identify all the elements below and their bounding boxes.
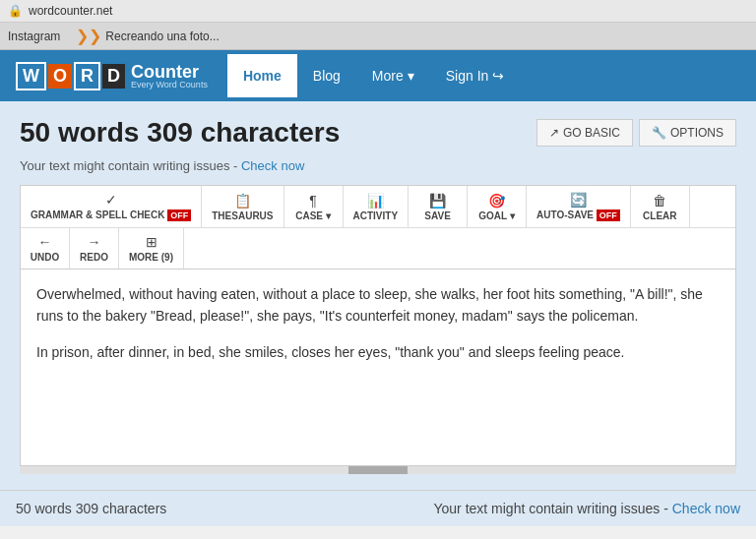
logo-counter: Counter — [131, 63, 208, 81]
browser-address-bar: 🔒 wordcounter.net — [0, 0, 756, 23]
grammar-off-badge: OFF — [167, 210, 191, 221]
stats-row: 50 words 309 characters ↗ GO BASIC 🔧 OPT… — [20, 117, 736, 149]
footer-check-now-link[interactable]: Check now — [672, 501, 740, 516]
go-basic-icon: ↗ — [549, 126, 559, 140]
trash-icon: 🗑 — [653, 193, 666, 209]
toolbar-row-1: ✓ GRAMMAR & SPELL CHECK OFF 📋 THESAURUS … — [21, 186, 735, 228]
url-display: wordcounter.net — [29, 4, 112, 18]
undo-icon: ← — [38, 234, 52, 250]
thesaurus-button[interactable]: 📋 THESAURUS — [202, 186, 284, 227]
nav-bar: W O R D Counter Every Word Counts Home B… — [0, 50, 756, 101]
logo-w: W — [16, 62, 46, 90]
instagram-label: Instagram — [8, 30, 60, 43]
stats-title: 50 words 309 characters — [20, 117, 340, 149]
options-label: OPTIONS — [670, 126, 724, 140]
toolbar: ✓ GRAMMAR & SPELL CHECK OFF 📋 THESAURUS … — [20, 185, 736, 270]
recreando-label: Recreando una foto... — [105, 30, 219, 43]
scroll-indicator[interactable] — [20, 466, 736, 474]
logo-r: R — [74, 62, 100, 90]
lock-icon: 🔒 — [8, 4, 23, 18]
grid-icon: ⊞ — [146, 234, 158, 250]
bottom-bar: 50 words 309 characters Your text might … — [0, 490, 756, 526]
more-tools-button[interactable]: ⊞ MORE (9) — [119, 228, 184, 269]
case-button[interactable]: ¶ CASE ▾ — [284, 186, 344, 227]
writing-issues: Your text might contain writing issues -… — [20, 158, 736, 173]
stats-buttons: ↗ GO BASIC 🔧 OPTIONS — [536, 119, 736, 147]
tab-instagram[interactable]: Instagram — [8, 30, 60, 43]
activity-button[interactable]: 📊 ACTIVITY — [344, 186, 410, 227]
clear-button[interactable]: 🗑 CLEAR — [631, 186, 690, 227]
autosave-button[interactable]: 🔄 AUTO-SAVE OFF — [527, 186, 631, 227]
bullets-icon: ❯❯ — [76, 27, 101, 45]
nav-more[interactable]: More ▾ — [356, 54, 430, 97]
undo-button[interactable]: ← UNDO — [21, 228, 70, 269]
nav-home[interactable]: Home — [227, 54, 297, 97]
sign-in-icon: ↪ — [492, 68, 504, 84]
footer-issues: Your text might contain writing issues -… — [433, 501, 740, 516]
case-dropdown-icon: ▾ — [326, 210, 331, 221]
logo-d: D — [102, 64, 125, 89]
activity-icon: 📊 — [367, 193, 384, 209]
grammar-spell-button[interactable]: ✓ GRAMMAR & SPELL CHECK OFF — [21, 186, 202, 227]
logo-tagline: Every Word Counts — [131, 81, 208, 90]
footer-stats: 50 words 309 characters — [16, 501, 166, 516]
goal-button[interactable]: 🎯 GOAL ▾ — [468, 186, 527, 227]
goal-icon: 🎯 — [488, 193, 505, 209]
check-now-link[interactable]: Check now — [241, 158, 304, 173]
browser-tabs: Instagram ❯❯ Recreando una foto... — [0, 23, 756, 50]
tab-recreando[interactable]: ❯❯ Recreando una foto... — [76, 27, 219, 45]
main-content: 50 words 309 characters ↗ GO BASIC 🔧 OPT… — [0, 101, 756, 490]
checkmark-icon: ✓ — [105, 192, 117, 208]
redo-icon: → — [88, 234, 101, 250]
go-basic-label: GO BASIC — [563, 126, 620, 140]
logo-o: O — [48, 64, 72, 89]
logo[interactable]: W O R D Counter Every Word Counts — [16, 62, 208, 90]
autosave-off-badge: OFF — [597, 210, 620, 221]
autosave-icon: 🔄 — [570, 192, 587, 208]
editor-area[interactable]: Overwhelmed, without having eaten, witho… — [20, 270, 736, 466]
nav-links: Home Blog More ▾ Sign In ↪ — [227, 54, 520, 97]
options-button[interactable]: 🔧 OPTIONS — [639, 119, 736, 147]
toolbar-row-2: ← UNDO → REDO ⊞ MORE (9) — [21, 228, 735, 269]
dropdown-arrow-icon: ▾ — [408, 68, 414, 84]
save-button[interactable]: 💾 SAVE — [409, 186, 468, 227]
scroll-thumb[interactable] — [348, 466, 408, 474]
save-icon: 💾 — [429, 193, 446, 209]
case-icon: ¶ — [309, 193, 317, 209]
thesaurus-icon: 📋 — [234, 193, 251, 209]
nav-blog[interactable]: Blog — [297, 54, 356, 97]
nav-sign-in[interactable]: Sign In ↪ — [430, 54, 521, 97]
editor-paragraph-1: Overwhelmed, without having eaten, witho… — [36, 283, 720, 328]
go-basic-button[interactable]: ↗ GO BASIC — [536, 119, 633, 147]
editor-paragraph-2: In prison, after dinner, in bed, she smi… — [36, 341, 720, 363]
redo-button[interactable]: → REDO — [70, 228, 119, 269]
options-icon: 🔧 — [652, 126, 666, 140]
goal-dropdown-icon: ▾ — [510, 210, 515, 221]
